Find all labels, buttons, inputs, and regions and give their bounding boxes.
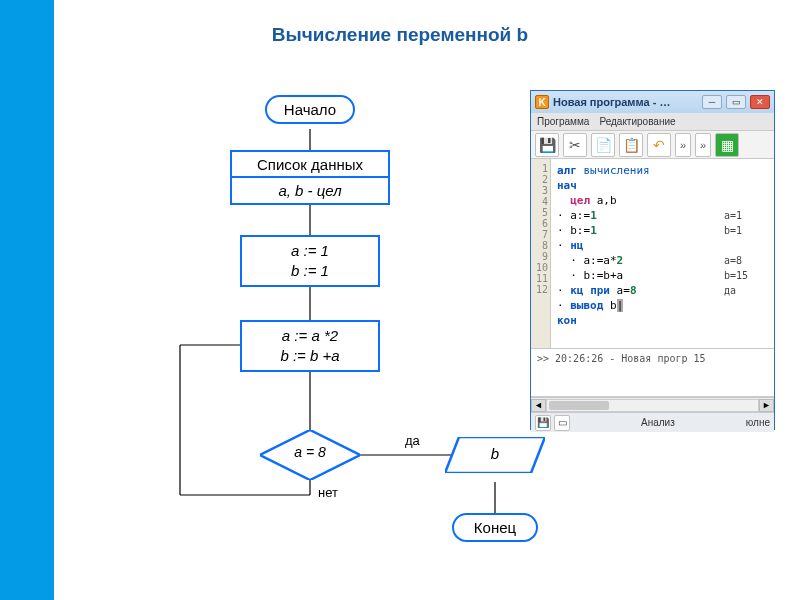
status-page-icon[interactable]: ▭ (554, 415, 570, 431)
scroll-right-icon[interactable]: ► (759, 399, 774, 412)
loop-line-1: a := a *2 (242, 326, 378, 346)
data-list-box: Список данных (230, 150, 390, 179)
flowchart: Начало Список данных a, b - цел a := 1 b… (155, 95, 475, 575)
ln: 6 (533, 218, 548, 229)
data-decl-box: a, b - цел (230, 176, 390, 205)
grid-icon[interactable]: ▦ (715, 133, 739, 157)
page-title: Вычисление переменной b (0, 24, 800, 46)
ln: 1 (533, 163, 548, 174)
status-analysis[interactable]: Анализ (641, 417, 675, 428)
scroll-left-icon[interactable]: ◄ (531, 399, 546, 412)
statusbar: 💾 ▭ Анализ юлне (531, 412, 774, 432)
scroll-thumb[interactable] (549, 401, 609, 410)
copy-icon[interactable]: 📄 (591, 133, 615, 157)
start-terminator: Начало (265, 95, 355, 124)
output-label: b (445, 445, 545, 462)
close-button[interactable]: ✕ (750, 95, 770, 109)
undo-icon[interactable]: ↶ (647, 133, 671, 157)
output-parallelogram: b (445, 437, 545, 473)
minimize-button[interactable]: ─ (702, 95, 722, 109)
ln: 10 (533, 262, 548, 273)
app-window: K Новая программа - … ─ ▭ ✕ Программа Ре… (530, 90, 775, 430)
scroll-track[interactable] (546, 399, 759, 412)
status-save-icon[interactable]: 💾 (535, 415, 551, 431)
yes-label: да (405, 433, 420, 448)
loop-line-2: b := b +a (242, 346, 378, 366)
maximize-button[interactable]: ▭ (726, 95, 746, 109)
console-output: >> 20:26:26 - Новая прогр 15 (531, 349, 774, 397)
window-title: Новая программа - … (553, 96, 698, 108)
trace-column: a=1 b=1 a=8 b=15 да (724, 163, 772, 298)
scissors-icon[interactable]: ✂ (563, 133, 587, 157)
app-icon: K (535, 95, 549, 109)
ln: 7 (533, 229, 548, 240)
menubar: Программа Редактирование (531, 113, 774, 131)
save-icon[interactable]: 💾 (535, 133, 559, 157)
toolbar: 💾 ✂ 📄 📋 ↶ » » ▦ (531, 131, 774, 159)
ln: 2 (533, 174, 548, 185)
horizontal-scrollbar[interactable]: ◄ ► (531, 397, 774, 412)
ln: 3 (533, 185, 548, 196)
line-gutter: 1 2 3 4 5 6 7 8 9 10 11 12 (531, 159, 551, 348)
paste-icon[interactable]: 📋 (619, 133, 643, 157)
data-decl: a, b - цел (278, 182, 341, 199)
init-line-2: b := 1 (242, 261, 378, 281)
ln: 8 (533, 240, 548, 251)
decision-diamond: a = 8 (260, 430, 360, 480)
init-box: a := 1 b := 1 (240, 235, 380, 287)
menu-edit[interactable]: Редактирование (599, 116, 675, 127)
code-area[interactable]: алг вычисления нач цел a,b · a:=1 · b:=1… (551, 159, 774, 348)
decorative-sidebar (0, 0, 54, 600)
init-line-1: a := 1 (242, 241, 378, 261)
status-right: юлне (746, 417, 770, 428)
loop-box: a := a *2 b := b +a (240, 320, 380, 372)
ln: 4 (533, 196, 548, 207)
ln: 12 (533, 284, 548, 295)
titlebar[interactable]: K Новая программа - … ─ ▭ ✕ (531, 91, 774, 113)
end-terminator: Конец (452, 513, 538, 542)
editor: 1 2 3 4 5 6 7 8 9 10 11 12 алг вычислени… (531, 159, 774, 349)
menu-program[interactable]: Программа (537, 116, 589, 127)
toolbar-overflow-1[interactable]: » (675, 133, 691, 157)
data-header: Список данных (232, 156, 388, 173)
ln: 5 (533, 207, 548, 218)
no-label: нет (318, 485, 338, 500)
condition-label: a = 8 (260, 444, 360, 460)
ln: 11 (533, 273, 548, 284)
toolbar-overflow-2[interactable]: » (695, 133, 711, 157)
ln: 9 (533, 251, 548, 262)
